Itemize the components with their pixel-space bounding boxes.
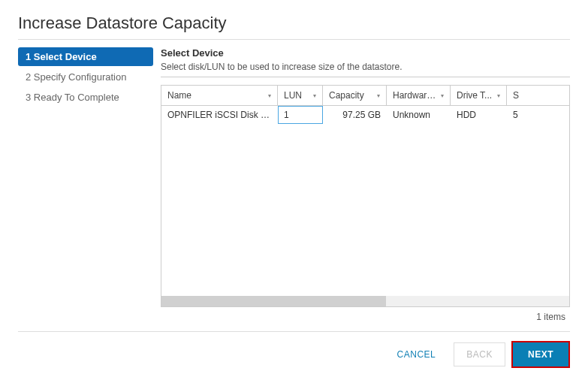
table-row[interactable]: OPNFILER iSCSI Disk (t10.... 1 97.25 GB … [161,106,569,124]
sort-icon: ▾ [441,92,444,99]
col-header-name[interactable]: Name ▾ [161,86,278,105]
col-header-extra[interactable]: S [507,86,529,105]
panel-subtitle: Select disk/LUN to be used to increase s… [161,62,570,72]
col-header-drive-type[interactable]: Drive T... ▾ [451,86,507,105]
sort-icon: ▾ [268,92,271,99]
dialog-actions: CANCEL BACK NEXT [18,331,570,368]
dialog-title: Increase Datastore Capacity [18,14,570,40]
wizard-steps: 1 Select Device 2 Specify Configuration … [18,47,161,322]
col-header-lun[interactable]: LUN ▾ [278,86,323,105]
table-item-count: 1 items [161,307,570,322]
cell-extra: 5 [507,106,529,124]
next-button[interactable]: NEXT [511,341,570,368]
table-body: OPNFILER iSCSI Disk (t10.... 1 97.25 GB … [161,106,569,296]
device-table: Name ▾ LUN ▾ Capacity ▾ Hardware... ▾ [161,85,570,307]
scrollbar-thumb[interactable] [161,296,386,306]
step-specify-configuration[interactable]: 2 Specify Configuration [18,68,153,86]
main-panel: Select Device Select disk/LUN to be used… [161,47,570,322]
sort-icon: ▾ [497,92,500,99]
horizontal-scrollbar[interactable] [161,296,569,306]
back-button: BACK [454,342,505,366]
step-ready-to-complete[interactable]: 3 Ready To Complete [18,88,153,107]
step-select-device[interactable]: 1 Select Device [18,47,153,66]
panel-header: Select Device Select disk/LUN to be used… [161,47,570,77]
table-header: Name ▾ LUN ▾ Capacity ▾ Hardware... ▾ [161,86,569,106]
col-header-capacity[interactable]: Capacity ▾ [323,86,387,105]
sort-icon: ▾ [377,92,380,99]
dialog-increase-datastore: Increase Datastore Capacity 1 Select Dev… [0,0,588,377]
cell-hardware: Unknown [387,106,451,124]
cell-lun[interactable]: 1 [278,106,323,124]
dialog-body: 1 Select Device 2 Specify Configuration … [18,47,570,322]
cell-drive-type: HDD [451,106,507,124]
cell-name: OPNFILER iSCSI Disk (t10.... [161,106,278,124]
cancel-button[interactable]: CANCEL [385,343,448,366]
col-header-hardware[interactable]: Hardware... ▾ [387,86,451,105]
panel-title: Select Device [161,47,570,59]
cell-capacity: 97.25 GB [323,106,387,124]
sort-icon: ▾ [313,92,316,99]
